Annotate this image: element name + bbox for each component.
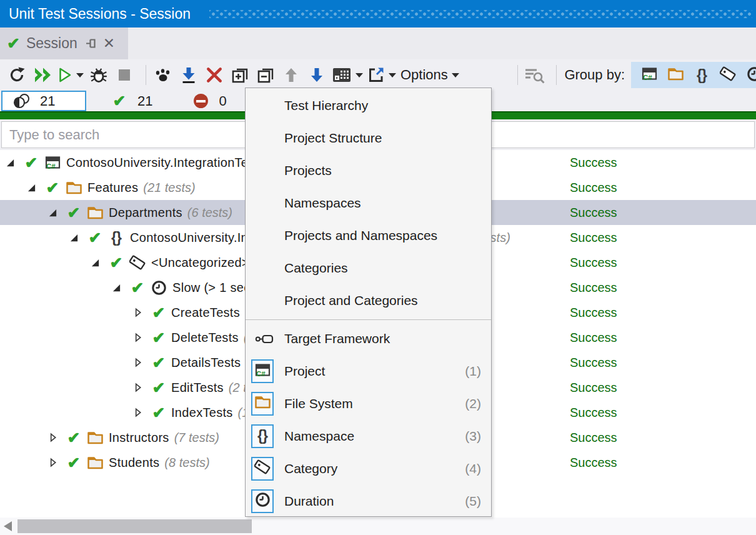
previous-test-button[interactable] <box>281 64 302 86</box>
menu-item-project-structure[interactable]: Project Structure <box>246 122 491 154</box>
run-all-tests-button[interactable] <box>32 64 53 86</box>
success-check-icon: ✔ <box>109 255 124 271</box>
status-text: Success <box>570 381 617 395</box>
tree-node-name: Instructors <box>109 431 169 445</box>
folder-icon <box>86 204 104 221</box>
menu-item-categories[interactable]: Categories <box>246 252 491 284</box>
group-by-category-toggle-button[interactable] <box>715 62 741 88</box>
remove-session-button[interactable] <box>204 64 225 86</box>
expander-expanded-icon[interactable] <box>69 232 79 242</box>
status-text: Success <box>570 206 617 220</box>
expander-collapsed-icon[interactable] <box>132 382 142 392</box>
expander-collapsed-icon[interactable] <box>132 358 142 368</box>
menu-item-shortcut: (2) <box>465 396 481 411</box>
debug-tests-button[interactable] <box>88 64 109 86</box>
expander-collapsed-icon[interactable] <box>132 408 142 418</box>
menu-item-label: Test Hierarchy <box>284 98 368 113</box>
status-text: Success <box>570 181 617 195</box>
group-by-toggle-strip: C#{} <box>631 62 756 88</box>
namespace-icon: {} <box>257 429 267 444</box>
expander-collapsed-icon[interactable] <box>47 432 57 442</box>
counter-total-button[interactable]: 21 <box>1 91 86 111</box>
group-by-folder-toggle-button[interactable] <box>662 62 689 88</box>
tree-node-test-count: (8 tests) <box>164 456 209 470</box>
pin-icon[interactable] <box>85 38 97 49</box>
scrollbar-thumb[interactable] <box>17 519 252 533</box>
run-tests-button[interactable] <box>57 64 84 86</box>
namespace-icon: {} <box>697 68 707 82</box>
stop-button[interactable] <box>114 64 135 86</box>
expand-all-button[interactable] <box>229 64 251 86</box>
expander-collapsed-icon[interactable] <box>47 458 57 468</box>
category-icon <box>254 459 271 478</box>
menu-item-projects[interactable]: Projects <box>246 154 491 187</box>
close-icon[interactable]: ✕ <box>103 36 115 51</box>
export-dropdown-caret-icon[interactable] <box>389 73 396 78</box>
group-by-clock-toggle-button[interactable] <box>741 62 756 88</box>
next-test-button[interactable] <box>306 64 327 86</box>
tree-node-name: Slow (> 1 sec) <box>172 281 254 295</box>
folder-icon <box>65 179 82 196</box>
expander-expanded-icon[interactable] <box>47 208 57 218</box>
counter-ignored-button[interactable]: 0 <box>190 91 226 111</box>
tree-node-name: Features <box>87 181 138 195</box>
menu-item-test-hierarchy[interactable]: Test Hierarchy <box>246 89 491 122</box>
tests-total-icon <box>11 93 32 109</box>
horizontal-scrollbar[interactable] <box>0 518 756 535</box>
export-button[interactable] <box>367 64 396 86</box>
menu-item-project[interactable]: C#Project(1) <box>246 355 491 388</box>
tab-bar: ✔ Session ✕ <box>0 28 756 59</box>
menu-item-namespaces[interactable]: Namespaces <box>246 187 491 219</box>
menu-item-project-and-categories[interactable]: Project and Categories <box>246 284 491 317</box>
project-icon: C# <box>641 66 658 84</box>
expander-expanded-icon[interactable] <box>5 158 15 168</box>
expander-expanded-icon[interactable] <box>90 258 100 268</box>
counter-ignored-value: 0 <box>219 93 226 109</box>
menu-item-target-framework[interactable]: Target Framework <box>246 322 491 355</box>
menu-separator <box>246 319 491 320</box>
filter-search-button[interactable] <box>524 64 545 86</box>
stop-icon <box>119 69 130 81</box>
append-tests-button[interactable] <box>178 64 199 86</box>
tree-node-test-count: (7 tests) <box>174 431 219 445</box>
group-button[interactable] <box>332 64 363 86</box>
titlebar-grip-dots <box>209 10 752 18</box>
scroll-left-arrow-icon[interactable] <box>4 521 12 531</box>
debug-bug-icon <box>89 66 108 84</box>
menu-item-file-system[interactable]: File System(2) <box>246 388 491 420</box>
counter-passed-button[interactable]: ✔ 21 <box>109 91 152 111</box>
folder-icon <box>86 454 104 471</box>
folder-icon <box>667 67 684 84</box>
expander-expanded-icon[interactable] <box>111 282 121 292</box>
refresh-button[interactable] <box>6 64 27 86</box>
tree-node-name: CreateTests <box>171 306 240 320</box>
clock-icon <box>255 492 271 511</box>
expander-collapsed-icon[interactable] <box>132 332 142 342</box>
options-button[interactable]: Options <box>400 64 459 86</box>
window-titlebar[interactable]: Unit Test Sessions - Session <box>0 0 756 28</box>
expander-collapsed-icon[interactable] <box>132 308 142 318</box>
expander-expanded-icon[interactable] <box>26 182 36 192</box>
group-by-namespace-toggle-button[interactable]: {} <box>689 62 715 88</box>
folder-icon <box>254 395 271 412</box>
group-by-menu: Test HierarchyProject StructureProjectsN… <box>245 88 492 517</box>
menu-item-label: Target Framework <box>284 331 390 346</box>
arrow-down-underline-icon <box>181 66 197 84</box>
menu-item-projects-and-namespaces[interactable]: Projects and Namespaces <box>246 219 491 252</box>
svg-text:C#: C# <box>46 162 56 170</box>
filter-search-icon <box>524 66 545 84</box>
collapse-all-button[interactable] <box>255 64 276 86</box>
success-check-icon: ✔ <box>151 405 166 421</box>
tab-session[interactable]: ✔ Session ✕ <box>0 28 128 59</box>
tree-node-name: IndexTests <box>171 406 233 420</box>
group-dropdown-caret-icon[interactable] <box>356 73 363 78</box>
run-dropdown-caret-icon[interactable] <box>76 73 84 78</box>
options-dropdown-caret-icon[interactable] <box>452 73 459 78</box>
menu-item-duration[interactable]: Duration(5) <box>246 485 491 518</box>
group-by-project-toggle-button[interactable]: C# <box>636 62 662 88</box>
menu-item-namespace[interactable]: {}Namespace(3) <box>246 420 491 452</box>
cover-tests-button[interactable] <box>152 64 174 86</box>
menu-item-label: Projects and Namespaces <box>284 228 437 243</box>
menu-item-category[interactable]: Category(4) <box>246 452 491 485</box>
expand-all-icon <box>231 66 249 84</box>
